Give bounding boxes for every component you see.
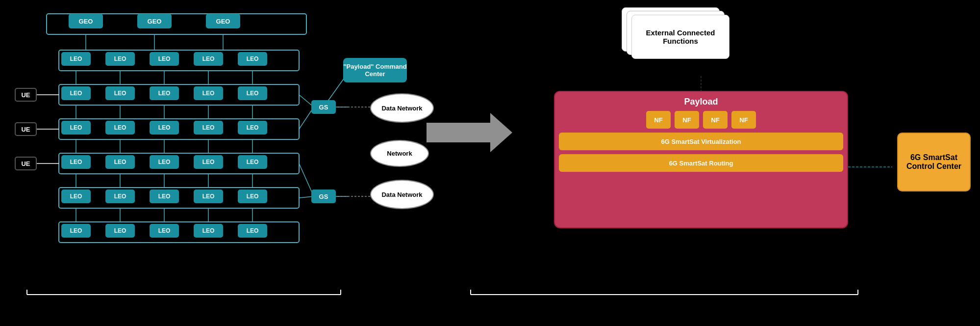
data-network-ellipse-2: Data Network bbox=[370, 180, 434, 209]
gs-box-1: GS bbox=[311, 100, 336, 114]
leo-r5c2: LEO bbox=[105, 190, 135, 203]
leo-r6c3: LEO bbox=[150, 224, 179, 238]
nf-box-2: NF bbox=[675, 111, 699, 129]
leo-r3c1: LEO bbox=[61, 121, 91, 135]
leo-r5c5: LEO bbox=[238, 190, 267, 203]
leo-r2c4: LEO bbox=[194, 86, 223, 100]
leo-r4c5: LEO bbox=[238, 155, 267, 169]
leo-r6c1: LEO bbox=[61, 224, 91, 238]
nf-row: NF NF NF NF bbox=[555, 111, 847, 129]
leo-r6c2: LEO bbox=[105, 224, 135, 238]
leo-r3c4: LEO bbox=[194, 121, 223, 135]
main-arrow bbox=[427, 108, 515, 172]
leo-r1c2: LEO bbox=[105, 52, 135, 66]
gs-box-2: GS bbox=[311, 190, 336, 203]
ue-box-2: UE bbox=[15, 122, 37, 136]
ue-box-1: UE bbox=[15, 88, 37, 102]
smartsat-routing-bar: 6G SmartSat Routing bbox=[559, 154, 843, 172]
leo-r5c4: LEO bbox=[194, 190, 223, 203]
geo-box-3: GEO bbox=[206, 14, 240, 28]
ue-box-3: UE bbox=[15, 157, 37, 170]
leo-r2c3: LEO bbox=[150, 86, 179, 100]
network-ellipse: Network bbox=[370, 140, 429, 167]
leo-r4c3: LEO bbox=[150, 155, 179, 169]
leo-r1c3: LEO bbox=[150, 52, 179, 66]
leo-r3c3: LEO bbox=[150, 121, 179, 135]
geo-box-1: GEO bbox=[69, 14, 103, 28]
nf-box-4: NF bbox=[731, 111, 756, 129]
leo-r5c3: LEO bbox=[150, 190, 179, 203]
smartsat-virtualization-bar: 6G SmartSat Virtualization bbox=[559, 133, 843, 150]
control-center-box: 6G SmartSatControl Center bbox=[897, 133, 971, 191]
leo-r4c2: LEO bbox=[105, 155, 135, 169]
payload-title: Payload bbox=[555, 97, 847, 107]
leo-r6c5: LEO bbox=[238, 224, 267, 238]
leo-r4c4: LEO bbox=[194, 155, 223, 169]
leo-r2c5: LEO bbox=[238, 86, 267, 100]
leo-r2c2: LEO bbox=[105, 86, 135, 100]
data-network-ellipse-1: Data Network bbox=[370, 93, 434, 123]
leo-r6c4: LEO bbox=[194, 224, 223, 238]
leo-r1c5: LEO bbox=[238, 52, 267, 66]
payload-box: Payload NF NF NF NF 6G SmartSat Virtuali… bbox=[554, 91, 848, 228]
svg-marker-56 bbox=[427, 113, 512, 152]
leo-r1c1: LEO bbox=[61, 52, 91, 66]
leo-r3c2: LEO bbox=[105, 121, 135, 135]
leo-r3c5: LEO bbox=[238, 121, 267, 135]
leo-r4c1: LEO bbox=[61, 155, 91, 169]
leo-r1c4: LEO bbox=[194, 52, 223, 66]
main-diagram: GEO GEO GEO LEO LEO LEO LEO LEO LEO LEO … bbox=[0, 0, 980, 326]
nf-box-1: NF bbox=[646, 111, 671, 129]
leo-r2c1: LEO bbox=[61, 86, 91, 100]
payload-command-center: "Payload" Command Center bbox=[343, 58, 407, 82]
external-connected-functions-box: External ConnectedFunctions bbox=[631, 15, 729, 59]
geo-box-2: GEO bbox=[137, 14, 172, 28]
nf-box-3: NF bbox=[703, 111, 728, 129]
leo-r5c1: LEO bbox=[61, 190, 91, 203]
